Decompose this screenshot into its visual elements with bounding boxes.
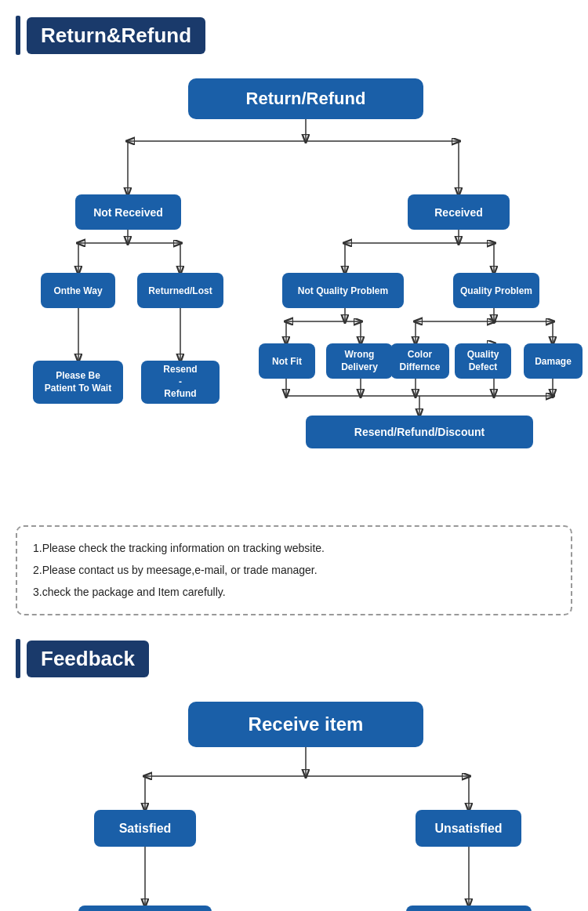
return-title: Return&Refund [27, 17, 205, 54]
feedback-title: Feedback [27, 641, 149, 677]
not-received-node: Not Received [75, 194, 181, 230]
received-node: Received [408, 194, 510, 230]
header-bar [16, 16, 20, 55]
satisfied-node: Satisfied [94, 810, 196, 847]
return-note-3: 3.check the package and Item carefully. [33, 583, 555, 602]
contact-us-node[interactable]: Contact us [406, 906, 532, 911]
color-diff-node: Color Differnce [390, 343, 449, 379]
unsatisfied-node: Unsatisfied [416, 810, 521, 847]
please-wait-node: Please Be Patient To Wait [33, 361, 123, 404]
feedback-section: Feedback Receive item Satisfied Unsatisf… [16, 639, 572, 911]
returned-lost-node: Returned/Lost [137, 273, 223, 308]
return-refund-section: Return&Refund [16, 16, 572, 615]
quality-defect-node: Quality Defect [455, 343, 511, 379]
damage-node: Damage [524, 343, 583, 379]
feedback-header-bar [16, 639, 20, 678]
return-note-1: 1.Please check the tracking information … [33, 539, 555, 558]
quality-problem-node: Quality Problem [453, 273, 539, 308]
not-quality-node: Not Quality Problem [282, 273, 404, 308]
on-the-way-node: Onthe Way [41, 273, 115, 308]
return-notes: 1.Please check the tracking information … [16, 525, 572, 615]
return-flowchart: Return/Refund Not Received Received Onth… [16, 71, 572, 510]
resend-refund-node: Resend - Refund [141, 361, 220, 404]
five-stars-node: 5 Stars 😆 [78, 906, 212, 911]
root-node: Return/Refund [188, 78, 423, 119]
receive-item-node: Receive item [188, 702, 423, 747]
wrong-delivery-node: Wrong Delivery [326, 343, 393, 379]
feedback-header: Feedback [16, 639, 572, 678]
return-header: Return&Refund [16, 16, 572, 55]
feedback-flowchart: Receive item Satisfied Unsatisfied 5 Sta… [16, 694, 572, 911]
return-note-2: 2.Please contact us by meesage,e-mail, o… [33, 561, 555, 580]
resend-refund-discount-node: Resend/Refund/Discount [306, 416, 533, 448]
not-fit-node: Not Fit [259, 343, 315, 379]
